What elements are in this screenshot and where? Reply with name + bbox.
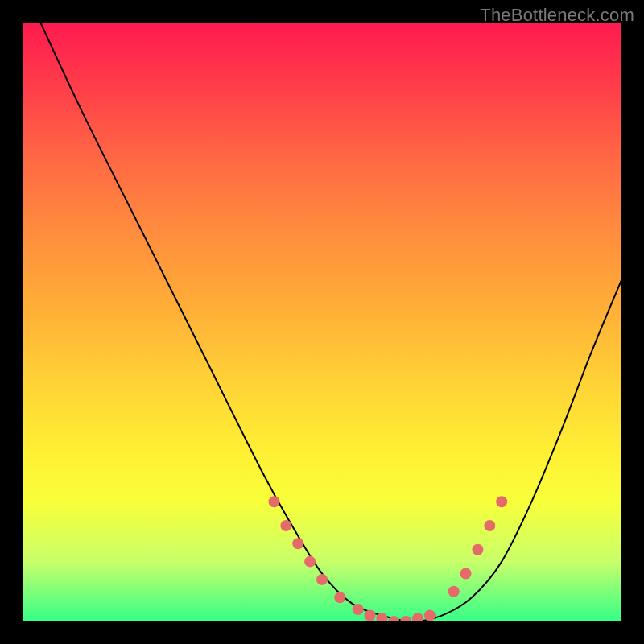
chart-plot-area bbox=[23, 23, 621, 621]
curve-marker bbox=[292, 538, 303, 549]
curve-marker-group bbox=[268, 496, 507, 621]
curve-marker bbox=[460, 568, 472, 579]
curve-marker bbox=[484, 520, 495, 531]
curve-marker bbox=[304, 556, 316, 568]
curve-marker bbox=[268, 496, 279, 507]
watermark-text: TheBottleneck.com bbox=[480, 5, 634, 26]
curve-marker bbox=[412, 613, 423, 621]
curve-marker bbox=[316, 574, 328, 585]
bottleneck-curve-line bbox=[40, 23, 621, 621]
curve-marker bbox=[496, 496, 507, 507]
curve-marker bbox=[472, 544, 483, 555]
curve-marker bbox=[353, 604, 364, 615]
curve-marker bbox=[424, 610, 436, 621]
curve-marker bbox=[334, 592, 345, 603]
curve-marker bbox=[388, 616, 399, 621]
curve-marker bbox=[448, 586, 460, 597]
curve-marker bbox=[280, 520, 291, 531]
bottleneck-curve-svg bbox=[23, 23, 621, 621]
curve-marker bbox=[365, 610, 376, 621]
curve-marker bbox=[400, 616, 411, 621]
